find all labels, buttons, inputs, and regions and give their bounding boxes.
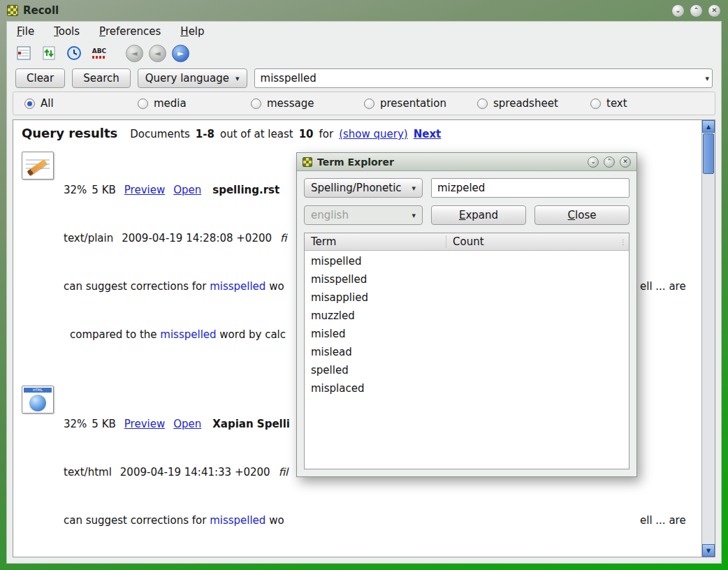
- expand-button[interactable]: Expand: [431, 205, 526, 225]
- doc-path: fi: [280, 232, 286, 244]
- file-size: 5 KB: [92, 418, 115, 430]
- search-query-combobox[interactable]: ▾: [254, 68, 713, 88]
- language-select[interactable]: english ▾: [304, 205, 423, 225]
- results-header: Query resultsDocuments1-8out of at least…: [22, 126, 701, 140]
- toolbar: ABC ◄ ◄ ►: [7, 41, 721, 65]
- window-titlebar[interactable]: Recoll ⌄ ⌃ ✕: [0, 0, 728, 21]
- next-page-button[interactable]: ►: [172, 45, 189, 62]
- show-query-link[interactable]: (show query): [339, 128, 408, 140]
- term-table-header: Term Count ⋮: [305, 233, 629, 251]
- result-range: 1-8: [196, 128, 214, 140]
- header-splitter-icon: ⋮: [618, 238, 629, 246]
- history-clock-icon[interactable]: [64, 43, 84, 63]
- spellcheck-icon[interactable]: ABC: [89, 43, 109, 63]
- term-row[interactable]: mispelled: [305, 252, 629, 270]
- radio-selected-icon: [24, 98, 35, 109]
- mime-type: text/html: [64, 466, 112, 478]
- filter-label: spreadsheet: [493, 97, 558, 110]
- term-explorer-dialog[interactable]: Term Explorer ⌄ ⌃ ✕ Spelling/Phonetic ▾: [296, 152, 637, 477]
- filter-presentation[interactable]: presentation: [364, 97, 477, 110]
- term-table-body: mispelled misspelled misapplied muzzled …: [305, 251, 629, 469]
- search-button[interactable]: Search: [72, 68, 131, 88]
- highlighted-term: misspelled: [210, 280, 265, 293]
- filter-media[interactable]: media: [138, 97, 251, 110]
- chevron-down-icon[interactable]: ▾: [705, 74, 709, 83]
- menu-tools[interactable]: Tools: [54, 25, 80, 38]
- scrollbar-track[interactable]: [702, 175, 715, 544]
- dialog-row: english ▾ Expand Close: [304, 205, 629, 225]
- preview-link[interactable]: Preview: [124, 184, 165, 196]
- clear-button[interactable]: Clear: [15, 68, 65, 88]
- filter-label: All: [41, 97, 54, 110]
- menu-help[interactable]: Help: [180, 25, 204, 38]
- expansion-mode-select[interactable]: Spelling/Phonetic ▾: [304, 178, 423, 198]
- menu-preferences[interactable]: Preferences: [99, 25, 161, 38]
- highlighted-term: misspelled: [160, 328, 216, 341]
- open-link[interactable]: Open: [173, 418, 201, 430]
- minimize-button[interactable]: ⌄: [671, 4, 685, 17]
- sort-arrows-icon[interactable]: [39, 43, 59, 63]
- term-row[interactable]: mislead: [305, 343, 629, 361]
- term-row[interactable]: misplaced: [305, 379, 629, 397]
- spellcheck-label: ABC: [92, 48, 106, 54]
- term-row[interactable]: misled: [305, 325, 629, 343]
- radio-icon: [477, 98, 488, 109]
- snippet-fragment: ell ... are: [640, 279, 686, 295]
- filter-text[interactable]: text: [590, 97, 704, 110]
- close-button[interactable]: ✕: [708, 4, 721, 17]
- radio-icon: [138, 98, 148, 109]
- filter-message[interactable]: message: [251, 97, 364, 110]
- count-column-header[interactable]: Count: [446, 235, 618, 248]
- result-total: 10: [299, 128, 314, 140]
- next-page-link[interactable]: Next: [414, 128, 442, 140]
- chevron-down-icon: ▾: [412, 211, 416, 220]
- file-size: 5 KB: [92, 184, 115, 196]
- radio-icon: [364, 98, 374, 109]
- dialog-title: Term Explorer: [317, 156, 394, 168]
- open-link[interactable]: Open: [173, 184, 201, 196]
- dialog-maximize-button[interactable]: ⌃: [604, 156, 615, 168]
- language-value: english: [311, 209, 349, 221]
- term-column-header[interactable]: Term: [305, 235, 446, 248]
- dialog-minimize-button[interactable]: ⌄: [588, 156, 599, 168]
- term-input[interactable]: [431, 178, 629, 198]
- relevance-percent: 32%: [64, 418, 87, 430]
- menu-file[interactable]: File: [17, 25, 34, 38]
- doc-date: 2009-04-19 14:41:33 +0200: [120, 466, 270, 478]
- highlighted-term: misspelled: [210, 514, 265, 527]
- vertical-scrollbar[interactable]: ▲ ▼: [701, 120, 715, 557]
- search-bar: Clear Search Query language ▾ ▾: [7, 65, 721, 92]
- preview-link[interactable]: Preview: [124, 418, 165, 430]
- filter-label: message: [267, 97, 314, 110]
- recoll-logo-icon: [7, 5, 18, 16]
- maximize-button[interactable]: ⌃: [690, 4, 703, 17]
- chevron-down-icon: ▾: [235, 74, 240, 83]
- html-file-icon: [22, 386, 54, 414]
- filter-label: presentation: [380, 97, 446, 110]
- dialog-row: Spelling/Phonetic ▾: [304, 178, 629, 198]
- scrollbar-thumb[interactable]: [703, 133, 714, 174]
- document-table-icon[interactable]: [14, 43, 34, 63]
- results-area: Query resultsDocuments1-8out of at least…: [13, 119, 715, 557]
- query-language-select[interactable]: Query language ▾: [138, 68, 247, 88]
- window-title: Recoll: [23, 4, 59, 17]
- scroll-up-button[interactable]: ▲: [702, 120, 715, 133]
- previous-page-button[interactable]: ◄: [149, 45, 166, 62]
- spellcheck-squiggle-icon: [92, 56, 106, 59]
- term-row[interactable]: misapplied: [305, 288, 629, 307]
- close-button[interactable]: Close: [534, 205, 629, 225]
- term-row[interactable]: spelled: [305, 361, 629, 379]
- term-row[interactable]: muzzled: [305, 307, 629, 325]
- query-language-label: Query language: [145, 72, 229, 85]
- dialog-titlebar[interactable]: Term Explorer ⌄ ⌃ ✕: [297, 153, 636, 171]
- filter-all[interactable]: All: [24, 97, 138, 110]
- mime-type: text/plain: [64, 232, 113, 244]
- term-row[interactable]: misspelled: [305, 270, 629, 288]
- dialog-close-button[interactable]: ✕: [620, 156, 631, 168]
- first-page-button[interactable]: ◄: [126, 45, 143, 62]
- search-input[interactable]: [255, 72, 706, 85]
- text-file-icon: [22, 152, 54, 180]
- dialog-body: Spelling/Phonetic ▾ english ▾ Expand Clo…: [297, 171, 636, 476]
- filter-spreadsheet[interactable]: spreadsheet: [477, 97, 590, 110]
- scroll-down-button[interactable]: ▼: [702, 544, 715, 557]
